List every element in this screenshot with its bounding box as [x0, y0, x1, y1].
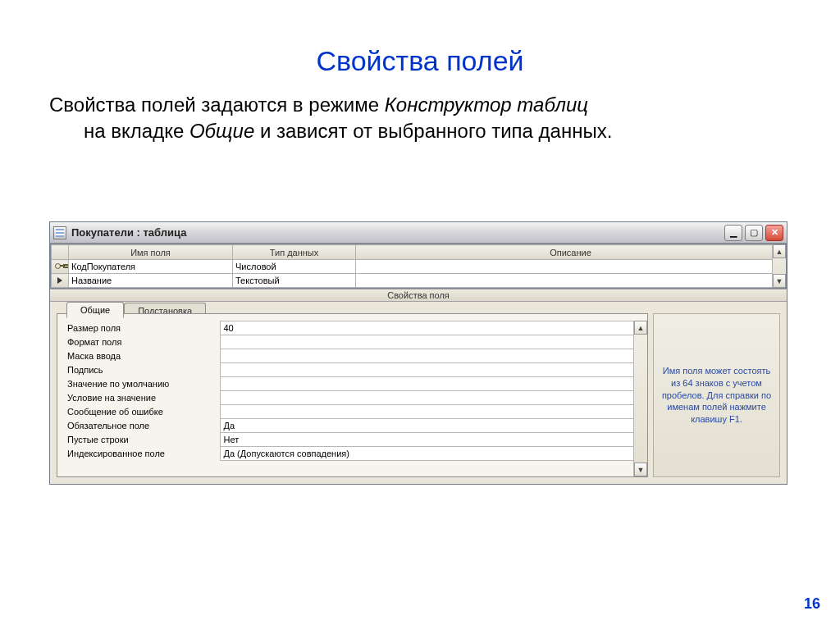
- property-sheet: Размер поля40Формат поляМаска вводаПодпи…: [57, 313, 648, 477]
- property-value[interactable]: Да: [220, 419, 647, 433]
- property-value[interactable]: [220, 349, 647, 363]
- cell-name[interactable]: Название: [69, 274, 233, 288]
- property-row: Обязательное полеДа: [64, 419, 647, 433]
- window-titlebar[interactable]: Покупатели : таблица ▁ ▢ ✕: [50, 222, 787, 244]
- field-grid: Имя поля Тип данных Описание КодПокупате…: [50, 244, 787, 289]
- property-row: Значение по умолчанию: [64, 377, 647, 391]
- slide-title: Свойства полей: [0, 0, 840, 77]
- property-name: Размер поля: [64, 321, 220, 335]
- property-value[interactable]: [220, 363, 647, 377]
- property-name: Маска ввода: [64, 349, 220, 363]
- property-name: Значение по умолчанию: [64, 377, 220, 391]
- property-value[interactable]: 40: [220, 321, 647, 335]
- minimize-button[interactable]: ▁: [724, 225, 742, 241]
- row-header-corner[interactable]: [52, 245, 69, 260]
- property-name: Индексированное поле: [64, 447, 220, 461]
- tab-general[interactable]: Общие: [66, 302, 124, 318]
- primary-key-icon: [55, 261, 65, 271]
- current-row-icon: [57, 277, 62, 284]
- property-name: Сообщение об ошибке: [64, 405, 220, 419]
- col-header-name[interactable]: Имя поля: [69, 245, 233, 260]
- property-row: Индексированное полеДа (Допускаются совп…: [64, 447, 647, 461]
- col-header-type[interactable]: Тип данных: [233, 245, 356, 260]
- scroll-up-icon[interactable]: ▲: [773, 244, 786, 258]
- page-number: 16: [804, 595, 820, 613]
- slide-body: Свойства полей задаются в режиме Констру…: [49, 92, 791, 145]
- body-emph-2: Общие: [189, 120, 254, 142]
- property-name: Пустые строки: [64, 433, 220, 447]
- props-scrollbar[interactable]: ▲ ▼: [633, 321, 647, 476]
- body-text-3: и зависят от выбранного типа данных.: [254, 120, 612, 142]
- property-row: Подпись: [64, 363, 647, 377]
- properties-separator: Свойства поля: [50, 289, 787, 302]
- property-row: Пустые строкиНет: [64, 433, 647, 447]
- help-text: Имя поля может состоять из 64 знаков с у…: [653, 313, 780, 477]
- property-value[interactable]: [220, 405, 647, 419]
- property-value[interactable]: [220, 377, 647, 391]
- property-row: Сообщение об ошибке: [64, 405, 647, 419]
- property-value[interactable]: [220, 391, 647, 405]
- property-row: Маска ввода: [64, 349, 647, 363]
- table-row[interactable]: НазваниеТекстовый: [52, 274, 786, 288]
- row-selector[interactable]: [52, 260, 69, 274]
- scroll-up-icon[interactable]: ▲: [634, 321, 647, 335]
- row-selector[interactable]: [52, 274, 69, 288]
- property-row: Формат поля: [64, 335, 647, 349]
- cell-desc[interactable]: [356, 274, 786, 288]
- property-name: Подпись: [64, 363, 220, 377]
- maximize-button[interactable]: ▢: [745, 225, 763, 241]
- window-title: Покупатели : таблица: [71, 226, 724, 239]
- col-header-desc[interactable]: Описание: [356, 245, 786, 260]
- scroll-down-icon[interactable]: ▼: [634, 463, 647, 476]
- table-row[interactable]: КодПокупателяЧисловой: [52, 260, 786, 274]
- body-text: Свойства полей задаются в режиме: [49, 93, 385, 116]
- property-row: Условие на значение: [64, 391, 647, 405]
- table-icon: [53, 226, 66, 239]
- scroll-down-icon[interactable]: ▼: [773, 274, 786, 288]
- property-value[interactable]: Да (Допускаются совпадения): [220, 447, 647, 461]
- property-name: Условие на значение: [64, 391, 220, 405]
- cell-name[interactable]: КодПокупателя: [69, 260, 233, 274]
- property-value[interactable]: Нет: [220, 433, 647, 447]
- cell-desc[interactable]: [356, 260, 786, 274]
- property-name: Формат поля: [64, 335, 220, 349]
- close-button[interactable]: ✕: [765, 225, 783, 241]
- cell-type[interactable]: Текстовый: [233, 274, 356, 288]
- body-text-2: на вкладке: [84, 120, 189, 142]
- cell-type[interactable]: Числовой: [233, 260, 356, 274]
- body-emph-1: Конструктор таблиц: [385, 93, 588, 116]
- property-row: Размер поля40: [64, 321, 647, 335]
- property-name: Обязательное поле: [64, 419, 220, 433]
- grid-scrollbar[interactable]: ▲ ▼: [772, 244, 786, 288]
- table-design-window: Покупатели : таблица ▁ ▢ ✕ Имя поля Тип …: [49, 221, 788, 485]
- property-value[interactable]: [220, 335, 647, 349]
